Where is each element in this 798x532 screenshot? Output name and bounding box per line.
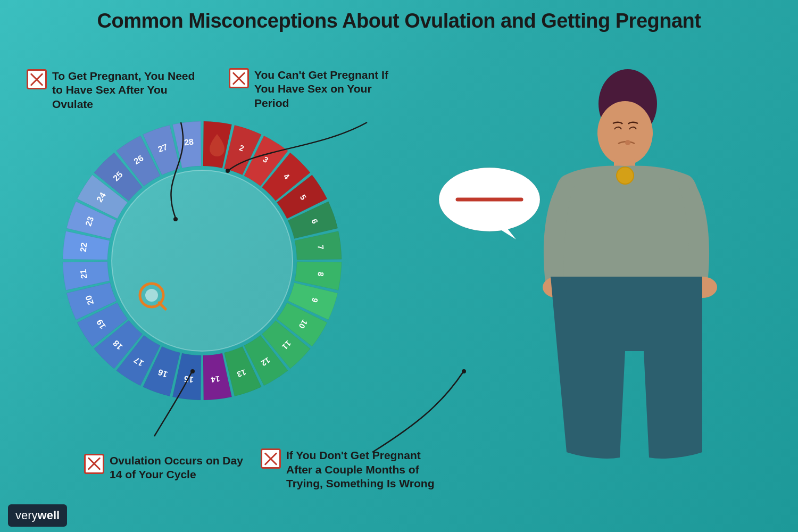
cycle-wheel: 1234567891011121314151617181920212223242… bbox=[48, 106, 356, 415]
svg-point-28 bbox=[112, 170, 293, 351]
svg-text:22: 22 bbox=[79, 242, 89, 253]
svg-text:28: 28 bbox=[184, 137, 194, 147]
svg-text:21: 21 bbox=[79, 269, 89, 279]
svg-point-43 bbox=[617, 167, 634, 184]
myth-1-icon bbox=[27, 69, 47, 89]
verywell-logo: verywell bbox=[8, 504, 67, 527]
svg-point-31 bbox=[145, 289, 158, 302]
svg-text:15: 15 bbox=[184, 374, 194, 384]
svg-point-35 bbox=[598, 69, 657, 138]
myth-box-1: To Get Pregnant, You Need to Have Sex Af… bbox=[27, 69, 201, 111]
myth-2-text: You Can't Get Pregnant If You Have Sex o… bbox=[254, 68, 403, 110]
myth-2-icon bbox=[229, 68, 249, 88]
svg-point-40 bbox=[687, 277, 717, 298]
myth-3-icon bbox=[84, 454, 104, 474]
svg-rect-41 bbox=[601, 277, 652, 292]
svg-point-37 bbox=[597, 101, 653, 165]
myth-4-icon bbox=[261, 448, 281, 469]
logo-very: very bbox=[15, 509, 38, 522]
svg-point-39 bbox=[543, 277, 572, 298]
myth-box-2: You Can't Get Pregnant If You Have Sex o… bbox=[229, 68, 403, 110]
svg-point-45 bbox=[439, 168, 540, 231]
logo-well: well bbox=[38, 509, 60, 522]
myth-box-4: If You Don't Get Pregnant After a Couple… bbox=[261, 448, 435, 491]
myth-3-text: Ovulation Occurs on Day 14 of Your Cycle bbox=[110, 454, 259, 482]
svg-point-47 bbox=[462, 369, 466, 373]
myth-box-3: Ovulation Occurs on Day 14 of Your Cycle bbox=[84, 454, 259, 482]
myth-4-text: If You Don't Get Pregnant After a Couple… bbox=[286, 448, 435, 491]
title-area: Common Misconceptions About Ovulation an… bbox=[0, 10, 798, 32]
svg-text:14: 14 bbox=[210, 375, 220, 385]
myth-1-text: To Get Pregnant, You Need to Have Sex Af… bbox=[52, 69, 201, 111]
svg-rect-38 bbox=[614, 159, 635, 177]
svg-point-44 bbox=[625, 140, 630, 145]
svg-rect-42 bbox=[609, 279, 620, 289]
page-title: Common Misconceptions About Ovulation an… bbox=[0, 10, 798, 32]
